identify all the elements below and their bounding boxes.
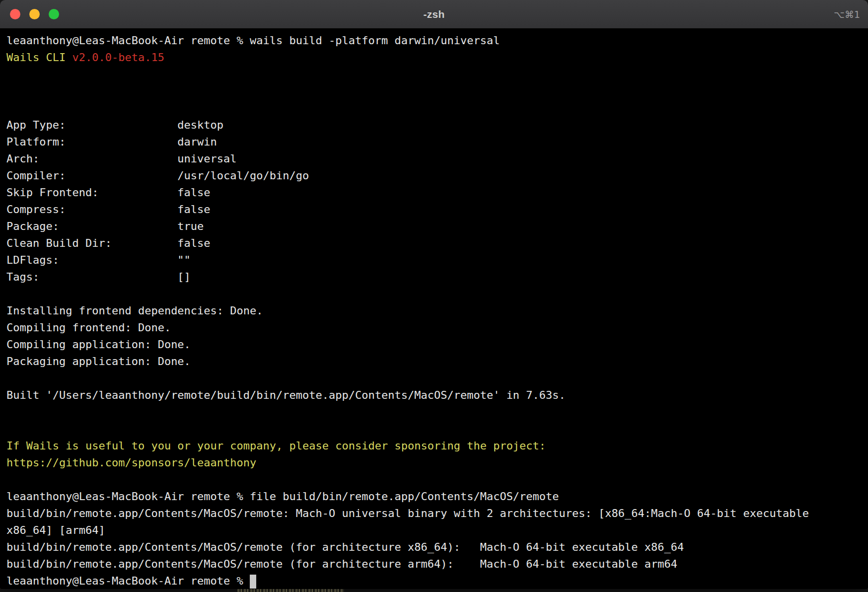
terminal-line — [6, 66, 862, 83]
terminal-text-segment: Arch: universal — [6, 152, 237, 165]
terminal-line: https://github.com/sponsors/leaanthony — [6, 454, 862, 471]
terminal-text-segment: Compiler: /usr/local/go/bin/go — [6, 169, 309, 182]
terminal-line: x86_64] [arm64] — [6, 522, 862, 539]
terminal-text-segment: LDFlags: "" — [6, 254, 191, 266]
terminal-line: leaanthony@Leas-MacBook-Air remote % wai… — [6, 32, 862, 49]
terminal-window: -zsh ⌥⌘1 leaanthony@Leas-MacBook-Air rem… — [0, 0, 868, 589]
terminal-line: build/bin/remote.app/Contents/MacOS/remo… — [6, 539, 862, 556]
terminal-line: Wails CLI v2.0.0-beta.15 — [6, 49, 862, 66]
terminal-text-segment: App Type: desktop — [6, 119, 223, 131]
terminal-line: Clean Build Dir: false — [6, 235, 862, 252]
terminal-cursor — [250, 575, 256, 589]
terminal-line: Compiler: /usr/local/go/bin/go — [6, 167, 862, 184]
terminal-line: Platform: darwin — [6, 134, 862, 150]
terminal-text-segment: Compiling application: Done. — [6, 338, 191, 351]
terminal-line: Arch: universal — [6, 150, 862, 167]
zoom-button[interactable] — [49, 9, 59, 19]
terminal-line: If Wails is useful to you or your compan… — [6, 438, 862, 454]
terminal-line — [6, 404, 862, 421]
terminal-text-segment: leaanthony@Leas-MacBook-Air remote % fil… — [6, 490, 559, 503]
terminal-line: Compress: false — [6, 201, 862, 218]
background-window-sliver — [237, 589, 344, 592]
terminal-line — [6, 370, 862, 387]
window-titlebar[interactable]: -zsh ⌥⌘1 — [0, 0, 868, 29]
terminal-line — [6, 421, 862, 438]
terminal-text-segment: Compiling frontend: Done. — [6, 321, 171, 334]
terminal-text-segment: Built '/Users/leaanthony/remote/build/bi… — [6, 389, 566, 401]
terminal-line: Installing frontend dependencies: Done. — [6, 302, 862, 319]
traffic-lights — [10, 9, 59, 19]
terminal-line: leaanthony@Leas-MacBook-Air remote % — [6, 573, 862, 589]
terminal-text-segment: Tags: [] — [6, 271, 191, 283]
terminal-line: build/bin/remote.app/Contents/MacOS/remo… — [6, 556, 862, 573]
terminal-line: Built '/Users/leaanthony/remote/build/bi… — [6, 387, 862, 404]
terminal-output[interactable]: leaanthony@Leas-MacBook-Air remote % wai… — [0, 29, 868, 589]
terminal-line: Compiling application: Done. — [6, 336, 862, 353]
terminal-text-segment: v2.0.0-beta.15 — [72, 51, 164, 64]
terminal-line: App Type: desktop — [6, 117, 862, 134]
terminal-line: LDFlags: "" — [6, 252, 862, 269]
terminal-text-segment: leaanthony@Leas-MacBook-Air remote % wai… — [6, 34, 500, 47]
terminal-text-segment: Installing frontend dependencies: Done. — [6, 304, 263, 317]
terminal-text-segment: build/bin/remote.app/Contents/MacOS/remo… — [6, 558, 677, 570]
terminal-line: Skip Frontend: false — [6, 184, 862, 201]
terminal-text-segment: Skip Frontend: false — [6, 186, 211, 199]
minimize-button[interactable] — [29, 9, 40, 19]
terminal-text-segment: If Wails is useful to you or your compan… — [6, 440, 546, 452]
terminal-text-segment: Platform: darwin — [6, 136, 217, 148]
terminal-text-segment: Packaging application: Done. — [6, 355, 191, 368]
terminal-line — [6, 100, 862, 117]
terminal-line — [6, 83, 862, 100]
terminal-line — [6, 471, 862, 488]
terminal-line — [6, 286, 862, 302]
terminal-line: Tags: [] — [6, 269, 862, 286]
terminal-line: Packaging application: Done. — [6, 353, 862, 370]
terminal-text-segment: leaanthony@Leas-MacBook-Air remote % — [6, 575, 250, 587]
window-title: -zsh — [423, 8, 444, 20]
terminal-text-segment: Wails CLI — [6, 51, 72, 64]
terminal-text-segment: Package: true — [6, 220, 204, 232]
terminal-link[interactable]: https://github.com/sponsors/leaanthony — [6, 456, 256, 469]
terminal-text-segment: x86_64] [arm64] — [6, 524, 105, 536]
terminal-line: Package: true — [6, 218, 862, 235]
window-shortcut-badge: ⌥⌘1 — [834, 9, 860, 20]
terminal-line: build/bin/remote.app/Contents/MacOS/remo… — [6, 505, 862, 522]
terminal-line: leaanthony@Leas-MacBook-Air remote % fil… — [6, 488, 862, 505]
terminal-text-segment: build/bin/remote.app/Contents/MacOS/remo… — [6, 507, 809, 519]
terminal-text-segment: Compress: false — [6, 203, 211, 216]
terminal-text-segment: Clean Build Dir: false — [6, 237, 211, 249]
close-button[interactable] — [10, 9, 20, 19]
terminal-line: Compiling frontend: Done. — [6, 319, 862, 336]
terminal-text-segment: build/bin/remote.app/Contents/MacOS/remo… — [6, 541, 684, 553]
